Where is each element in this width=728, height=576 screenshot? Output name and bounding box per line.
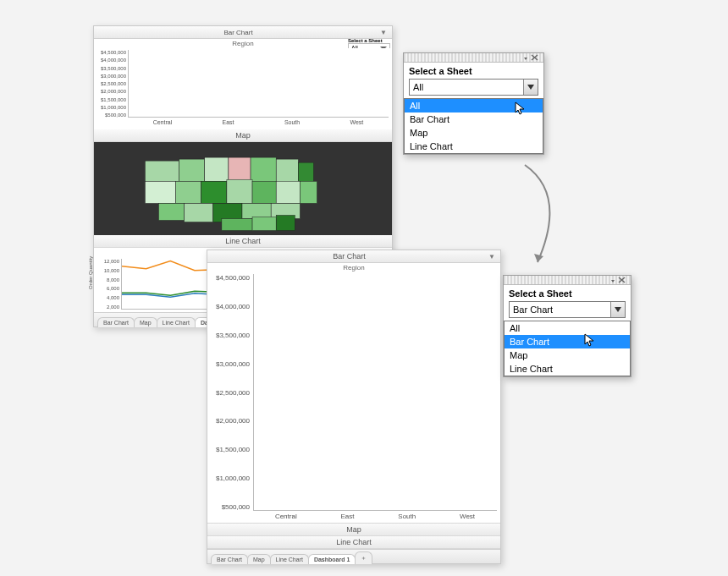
svg-rect-13 <box>276 181 300 203</box>
svg-rect-8 <box>145 181 175 203</box>
line-chart-yaxis: 12,00010,0008,0006,0004,0002,000 <box>94 257 121 310</box>
flow-arrow-icon <box>474 161 576 271</box>
sheet-selector-bottom: Select a Sheet Bar Chart AllBar ChartMap… <box>503 275 631 377</box>
sheet-selector-top: Select a Sheet All AllBar ChartMapLine C… <box>403 52 544 155</box>
add-sheet-button[interactable]: ＋ <box>355 551 372 564</box>
sheet-tab[interactable]: Line Chart <box>157 317 196 327</box>
big-map-title: Map <box>207 523 500 536</box>
dropdown-option[interactable]: Map <box>505 348 630 362</box>
svg-rect-12 <box>252 181 276 203</box>
sheet-dropdown-value: Bar Chart <box>510 304 610 315</box>
dropdown-option[interactable]: Line Chart <box>405 140 543 153</box>
bar-chart-big-plot <box>253 274 497 511</box>
sheet-tab[interactable]: Line Chart <box>270 554 309 564</box>
svg-rect-9 <box>176 181 201 203</box>
dropdown-option[interactable]: Line Chart <box>505 362 630 376</box>
dropdown-option[interactable]: All <box>505 321 630 335</box>
svg-rect-20 <box>222 219 252 231</box>
big-bar-subtitle: Region <box>207 263 500 272</box>
svg-rect-6 <box>276 159 298 183</box>
bar-chart-big-yaxis: $4,500,000$4,000,000$3,500,000$3,000,000… <box>207 272 251 511</box>
svg-rect-11 <box>227 179 252 203</box>
line-chart-title: Line Chart <box>94 235 392 248</box>
svg-rect-18 <box>242 203 271 218</box>
chevron-down-icon <box>615 307 621 312</box>
sheet-tab[interactable]: Map <box>247 554 271 564</box>
sheet-dropdown-list: AllBar ChartMapLine Chart <box>504 321 631 376</box>
titlebar: Bar Chart ▼ <box>94 26 392 39</box>
sheet-selector-title: Select a Sheet <box>404 63 543 76</box>
svg-rect-10 <box>201 181 227 203</box>
big-titlebar: Bar Chart ▼ <box>207 250 500 263</box>
bar-chart-yaxis: $4,500,000$4,000,000$3,500,000$3,000,000… <box>94 48 128 118</box>
sheet-dropdown-value: All <box>410 82 523 92</box>
panel-grip[interactable] <box>504 276 631 285</box>
chevron-down-icon <box>527 85 534 90</box>
map-title: Map <box>94 129 392 142</box>
svg-rect-3 <box>205 157 229 181</box>
svg-rect-2 <box>179 159 205 181</box>
big-line-title: Line Chart <box>207 536 500 549</box>
panel-menu-icon[interactable] <box>521 53 542 62</box>
line-chart-ylabel: Order Quantity <box>88 256 93 289</box>
sheet-tab[interactable]: Map <box>134 317 157 327</box>
sheet-dropdown[interactable]: Bar Chart <box>509 301 626 318</box>
svg-rect-22 <box>276 215 295 230</box>
svg-rect-7 <box>298 162 313 183</box>
bar-chart-big: $4,500,000$4,000,000$3,500,000$3,000,000… <box>207 272 500 523</box>
bar-chart-title: Bar Chart <box>97 27 380 38</box>
sheet-dropdown-list: AllBar ChartMapLine Chart <box>404 98 543 154</box>
big-bar-title: Bar Chart <box>210 250 488 262</box>
dropdown-option[interactable]: All <box>405 99 543 112</box>
sheet-selector-title: Select a Sheet <box>504 285 631 299</box>
svg-rect-15 <box>158 203 184 220</box>
sheet-dropdown-button[interactable] <box>610 302 625 317</box>
svg-rect-5 <box>251 157 276 183</box>
sheet-tab[interactable]: Dashboard 1 <box>308 554 356 564</box>
dropdown-option[interactable]: Bar Chart <box>405 112 543 126</box>
bar-chart-small: $4,500,000$4,000,000$3,500,000$3,000,000… <box>94 48 392 129</box>
svg-rect-1 <box>145 161 179 181</box>
svg-rect-16 <box>185 203 213 222</box>
sheet-tab[interactable]: Bar Chart <box>97 317 135 327</box>
dashboard-big-window: Bar Chart ▼ Region $4,500,000$4,000,000$… <box>207 250 501 564</box>
pin-icon[interactable]: ▼ <box>380 29 387 36</box>
svg-rect-21 <box>252 217 276 231</box>
svg-rect-14 <box>300 181 317 203</box>
tabs-big: Bar ChartMapLine ChartDashboard 1＋ <box>207 549 500 563</box>
bar-chart-xaxis: CentralEastSouthWest <box>128 119 389 129</box>
bar-chart-big-xaxis: CentralEastSouthWest <box>253 513 497 523</box>
dropdown-option[interactable]: Bar Chart <box>505 335 630 348</box>
dropdown-option[interactable]: Map <box>405 126 543 140</box>
map-view[interactable] <box>94 142 392 235</box>
sheet-tab[interactable]: Bar Chart <box>211 554 248 564</box>
sheet-dropdown-button[interactable] <box>523 80 538 95</box>
sheet-dropdown[interactable]: All <box>409 79 538 96</box>
svg-rect-4 <box>229 157 251 183</box>
panel-grip[interactable] <box>404 53 543 63</box>
bar-chart-plot <box>128 50 389 118</box>
panel-menu-icon[interactable] <box>609 276 629 284</box>
